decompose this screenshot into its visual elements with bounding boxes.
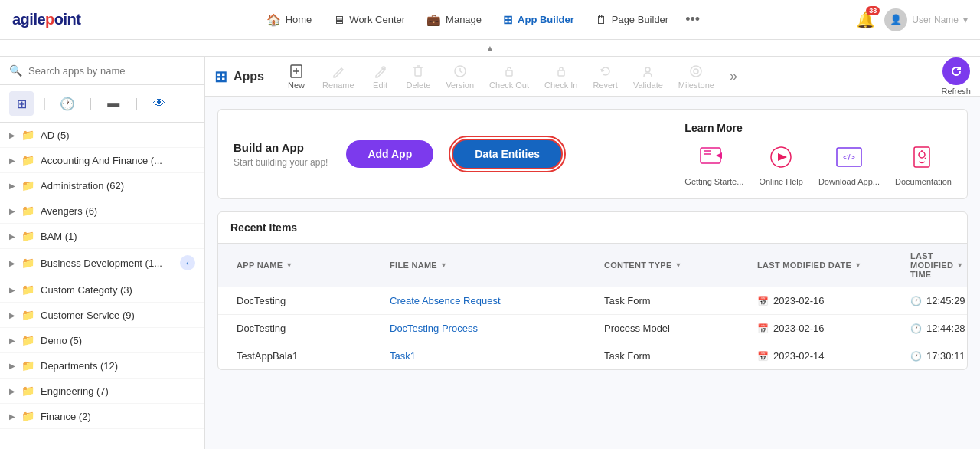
- sidebar-clock-icon-btn[interactable]: 🕐: [55, 91, 80, 116]
- data-entities-button[interactable]: Data Entities: [452, 139, 563, 169]
- sidebar-item-finance[interactable]: ▶ 📁 Finance (2): [0, 404, 204, 429]
- version-icon: [452, 64, 468, 79]
- toolbar-revert-button[interactable]: Revert: [586, 61, 623, 93]
- nav-work-center[interactable]: 🖥 Work Center: [324, 8, 414, 31]
- toolbar-edit-button[interactable]: Edit: [364, 61, 397, 93]
- user-menu[interactable]: 👤 User Name ▾: [884, 8, 968, 31]
- toolbar-title-label: Apps: [234, 70, 264, 84]
- folder-icon: 📁: [21, 179, 34, 192]
- nav-page-builder[interactable]: 🗒 Page Builder: [586, 8, 678, 31]
- folder-arrow-icon: ▶: [9, 387, 15, 395]
- learn-more-title: Learn More: [684, 122, 952, 134]
- content-area: ⊞ Apps New Rename: [205, 57, 980, 449]
- notifications-button[interactable]: 🔔 33: [856, 11, 875, 29]
- search-input[interactable]: [28, 65, 195, 77]
- toolbar-refresh-button[interactable]: Refresh: [941, 57, 971, 96]
- toolbar-delete-button[interactable]: Delete: [400, 61, 437, 93]
- recent-items-section: Recent Items APP NAME ▼ FILE NAME ▼ CONT…: [217, 211, 968, 370]
- toolbar-version-button[interactable]: Version: [439, 61, 480, 93]
- user-name-label: User Name: [912, 15, 959, 25]
- toolbar-validate-button[interactable]: Validate: [627, 61, 669, 93]
- svg-point-24: [919, 152, 925, 158]
- collapse-arrow-icon[interactable]: ▲: [485, 43, 495, 54]
- svg-marker-16: [716, 152, 722, 159]
- learn-item-getting-started[interactable]: Getting Starte...: [684, 142, 743, 186]
- sidebar-item-accounting[interactable]: ▶ 📁 Accounting And Finance (...: [0, 148, 204, 173]
- nav-more-button[interactable]: •••: [681, 11, 704, 28]
- clock-icon-2: 🕐: [910, 323, 922, 334]
- cell-file-name-1: Create Absence Request: [384, 287, 598, 314]
- cell-date-1: 📅 2023-02-16: [751, 287, 904, 314]
- sidebar-minus-icon-btn[interactable]: ▬: [101, 91, 126, 116]
- sidebar-item-custom-category[interactable]: ▶ 📁 Custom Categoty (3): [0, 277, 204, 303]
- cell-content-type-2: Process Model: [598, 315, 751, 342]
- sidebar-item-label: Finance (2): [41, 411, 195, 422]
- date-value-3: 2023-02-14: [773, 350, 825, 362]
- sidebar-eye-icon-btn[interactable]: 👁: [147, 91, 172, 116]
- nav-work-center-label: Work Center: [349, 14, 405, 25]
- main-content: Build an App Start building your app! Ad…: [205, 97, 980, 449]
- toolbar-rename-label: Rename: [322, 80, 354, 90]
- refresh-circle-icon: [942, 57, 970, 85]
- build-app-subtitle: Start building your app!: [234, 157, 328, 168]
- sidebar-item-departments[interactable]: ▶ 📁 Departments (12): [0, 353, 204, 379]
- edit-icon: [373, 64, 388, 79]
- sidebar-item-label: AD (5): [41, 129, 195, 141]
- sidebar-divider-2: |: [89, 97, 92, 110]
- sidebar-item-ad[interactable]: ▶ 📁 AD (5): [0, 123, 204, 148]
- sidebar-item-bam[interactable]: ▶ 📁 BAM (1): [0, 224, 204, 249]
- nav-manage-label: Manage: [446, 14, 482, 25]
- sidebar-grid-icon-btn[interactable]: ⊞: [9, 91, 34, 116]
- revert-icon: [598, 64, 613, 79]
- col-header-content-type: CONTENT TYPE ▼: [598, 244, 751, 287]
- toolbar-checkout-button[interactable]: Check Out: [483, 61, 535, 93]
- sidebar-item-engineering[interactable]: ▶ 📁 Engineering (7): [0, 379, 204, 404]
- grid-icon: ⊞: [503, 13, 513, 27]
- online-help-label: Online Help: [759, 177, 802, 186]
- toolbar-checkin-button[interactable]: Check In: [538, 61, 583, 93]
- cell-date-3: 📅 2023-02-14: [751, 342, 904, 369]
- sidebar-item-demo[interactable]: ▶ 📁 Demo (5): [0, 328, 204, 353]
- svg-point-14: [691, 66, 701, 77]
- time-value-3: 17:30:11: [926, 350, 965, 362]
- add-app-button[interactable]: Add App: [346, 140, 433, 168]
- documentation-label: Documentation: [895, 177, 952, 186]
- getting-started-icon: [696, 142, 733, 172]
- file-name-link-3[interactable]: Task1: [390, 350, 416, 362]
- cell-date-2: 📅 2023-02-16: [751, 315, 904, 342]
- sidebar-item-business-dev[interactable]: ▶ 📁 Business Development (1... ‹: [0, 249, 204, 277]
- folder-icon: 📁: [21, 334, 34, 346]
- toolbar-more-button[interactable]: »: [724, 65, 743, 87]
- toolbar-milestone-button[interactable]: Milestone: [672, 61, 720, 93]
- download-app-icon: </>: [831, 142, 867, 172]
- nav-home[interactable]: 🏠 Home: [257, 8, 322, 31]
- folder-arrow-icon: ▶: [9, 259, 15, 267]
- sidebar-item-customer-service[interactable]: ▶ 📁 Customer Service (9): [0, 303, 204, 328]
- sidebar-item-administration[interactable]: ▶ 📁 Administration (62): [0, 173, 204, 198]
- cell-content-type-3: Task Form: [598, 342, 751, 369]
- file-name-link-1[interactable]: Create Absence Request: [390, 295, 501, 306]
- toolbar-new-button[interactable]: New: [279, 61, 313, 93]
- learn-item-online-help[interactable]: Online Help: [759, 142, 802, 186]
- nav-manage[interactable]: 💼 Manage: [417, 8, 491, 31]
- toolbar-checkin-label: Check In: [544, 80, 577, 90]
- folder-arrow-icon: ▶: [9, 362, 15, 370]
- file-name-link-2[interactable]: DocTesting Process: [390, 323, 478, 334]
- toolbar-rename-button[interactable]: Rename: [316, 61, 361, 93]
- sidebar-item-label: Accounting And Finance (...: [41, 155, 195, 166]
- monitor-icon: 🖥: [333, 13, 345, 26]
- table-row: DocTesting Create Absence Request Task F…: [218, 287, 967, 315]
- toolbar-edit-label: Edit: [373, 80, 387, 90]
- learn-item-documentation[interactable]: Documentation: [895, 142, 952, 186]
- col-label-app-name: APP NAME: [237, 261, 283, 270]
- toolbar-actions: New Rename Edit: [279, 61, 941, 93]
- sidebar-collapse-button[interactable]: ‹: [180, 255, 195, 270]
- sort-icon-file-name: ▼: [440, 261, 447, 269]
- table-row: DocTesting DocTesting Process Process Mo…: [218, 315, 967, 342]
- learn-item-download-app[interactable]: </> Download App...: [818, 142, 880, 186]
- nav-app-builder[interactable]: ⊞ App Builder: [494, 8, 583, 31]
- sidebar-item-avengers[interactable]: ▶ 📁 Avengers (6): [0, 198, 204, 224]
- build-app-title: Build an App: [234, 141, 328, 154]
- build-app-info: Build an App Start building your app!: [234, 141, 328, 168]
- sidebar-item-label: Custom Categoty (3): [41, 284, 195, 296]
